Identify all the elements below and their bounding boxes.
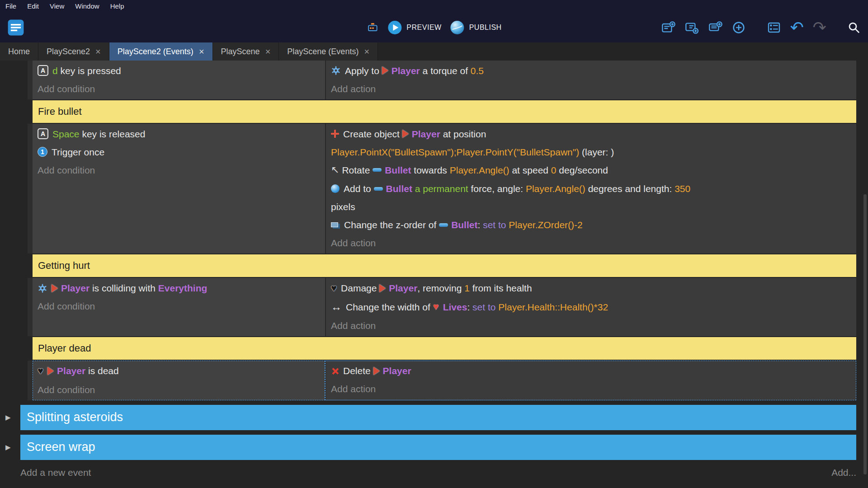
action[interactable]: Change the z-order of Bullet: set to Pla… xyxy=(331,216,852,234)
keyboard-key-icon: A xyxy=(38,65,48,76)
text-segment: Bullet xyxy=(386,183,412,194)
text-segment: d xyxy=(52,66,58,76)
event-row: Player is colliding with EverythingAdd c… xyxy=(33,278,856,336)
comment-row[interactable]: Fire bullet xyxy=(33,100,856,123)
text-segment: Player.Angle() xyxy=(450,165,509,175)
text-segment: Player xyxy=(389,283,417,293)
condition[interactable]: Player is colliding with Everything xyxy=(38,279,321,297)
text-segment: set to xyxy=(483,220,509,230)
action[interactable]: ↖Rotate Bullet towards Player.Angle() at… xyxy=(331,161,852,180)
actions-cell: Delete PlayerAdd action xyxy=(325,361,856,400)
health-heart-icon: ♥ xyxy=(38,362,43,380)
publish-button[interactable]: PUBLISH xyxy=(450,20,502,35)
comment-text: Getting hurt xyxy=(38,260,90,272)
actions-cell: Create object Player at positionPlayer.P… xyxy=(325,124,856,253)
add-condition-button[interactable]: Add condition xyxy=(38,297,321,315)
menu-edit[interactable]: Edit xyxy=(27,2,39,10)
rotate-icon: ↖ xyxy=(331,161,339,179)
text-segment: 1 xyxy=(464,283,470,293)
sheet-footer: Add a new event Add... xyxy=(20,467,856,478)
add-subevent-button[interactable] xyxy=(684,20,699,35)
comment-row[interactable]: Getting hurt xyxy=(33,254,856,277)
add-button[interactable]: Add... xyxy=(831,467,856,478)
group-title: Splitting asteroids xyxy=(27,410,123,424)
close-icon[interactable]: × xyxy=(265,47,271,56)
redo-button[interactable]: ↷ xyxy=(813,20,826,35)
event-row: ♥Player is deadAdd conditionDelete Playe… xyxy=(33,361,856,400)
undo-button[interactable]: ↶ xyxy=(790,20,804,35)
group-row[interactable]: ▶Splitting asteroids xyxy=(20,405,856,430)
app-window: { "menu": { "items": ["File", "Edit", "V… xyxy=(0,0,868,488)
add-condition-button[interactable]: Add condition xyxy=(38,381,321,399)
add-condition-button[interactable]: Add condition xyxy=(38,161,321,179)
app-logo-icon[interactable] xyxy=(7,19,24,36)
add-action-button[interactable]: Add action xyxy=(331,317,852,335)
add-condition-button[interactable]: Add condition xyxy=(38,80,321,98)
tab-playscene-events[interactable]: PlayScene (Events) × xyxy=(279,42,378,61)
text-segment: Lives xyxy=(443,302,467,312)
toolbar: PREVIEW PUBLISH xyxy=(0,12,868,42)
menu-window[interactable]: Window xyxy=(75,2,99,10)
tab-playscene2[interactable]: PlayScene2 × xyxy=(38,42,109,61)
tab-playscene[interactable]: PlayScene × xyxy=(213,42,279,61)
player-object-icon xyxy=(52,284,58,292)
add-new-event-button[interactable]: Add a new event xyxy=(20,467,91,478)
action[interactable]: Apply to Player a torque of 0.5 xyxy=(331,62,852,80)
player-object-icon xyxy=(402,130,409,138)
tab-playscene2-events[interactable]: PlayScene2 (Events) × xyxy=(109,42,213,61)
comment-row[interactable]: Player dead xyxy=(33,337,856,360)
instruction-list-button[interactable] xyxy=(767,20,781,35)
comment-text: Player dead xyxy=(38,343,91,354)
preview-button[interactable]: PREVIEW xyxy=(387,20,441,35)
trigger-once-icon: 1 xyxy=(38,147,47,157)
player-object-icon xyxy=(379,284,386,292)
menu-help[interactable]: Help xyxy=(110,2,124,10)
close-icon[interactable]: × xyxy=(364,47,369,56)
text-segment: : xyxy=(477,220,483,230)
add-action-button[interactable]: Add action xyxy=(331,80,852,98)
text-segment: pixels xyxy=(331,202,355,212)
bullet-object-icon xyxy=(439,223,448,227)
scrollbar-thumb[interactable] xyxy=(863,194,867,474)
add-action-button[interactable]: Add action xyxy=(331,234,852,252)
action[interactable]: Create object Player at positionPlayer.P… xyxy=(331,125,852,161)
network-preview-icon[interactable] xyxy=(366,21,379,34)
text-segment: a permanent xyxy=(415,183,468,194)
actions-cell: Apply to Player a torque of 0.5Add actio… xyxy=(325,61,856,99)
text-segment: 0.5 xyxy=(471,66,484,76)
action[interactable]: ♥Damage Player, removing 1 from its heal… xyxy=(331,279,852,298)
text-segment: degrees and length: xyxy=(585,183,675,194)
text-segment: Delete xyxy=(343,366,373,376)
add-action-button[interactable]: Add action xyxy=(331,380,852,398)
preview-label: PREVIEW xyxy=(406,23,441,32)
action[interactable]: Add to Bullet a permanent force, angle: … xyxy=(331,180,852,216)
menu-file[interactable]: File xyxy=(5,2,16,10)
add-event-button[interactable] xyxy=(661,20,675,35)
action[interactable]: ↔Change the width of ♥Lives: set to Play… xyxy=(331,298,852,317)
chevron-right-icon[interactable]: ▶ xyxy=(5,443,11,451)
tab-label: Home xyxy=(8,47,30,56)
delete-cross-icon xyxy=(331,367,339,375)
action[interactable]: Delete Player xyxy=(331,362,852,380)
player-object-icon xyxy=(373,367,380,375)
tab-home[interactable]: Home xyxy=(0,42,38,61)
text-segment: force, angle: xyxy=(468,183,526,194)
group-row[interactable]: ▶Screen wrap xyxy=(20,435,856,460)
search-button[interactable] xyxy=(847,21,861,34)
chevron-right-icon[interactable]: ▶ xyxy=(5,413,11,422)
condition[interactable]: Ad key is pressed xyxy=(38,62,321,80)
condition[interactable]: 1Trigger once xyxy=(38,143,321,161)
physics-gear-icon xyxy=(331,66,341,75)
text-segment: Bullet xyxy=(451,220,477,230)
add-other-event-button[interactable] xyxy=(731,20,746,35)
condition[interactable]: ASpace key is released xyxy=(38,125,321,143)
close-icon[interactable]: × xyxy=(95,47,101,56)
menu-view[interactable]: View xyxy=(50,2,64,10)
text-segment: Player xyxy=(392,66,420,76)
text-segment: from its health xyxy=(470,283,532,293)
lives-object-icon: ♥ xyxy=(433,298,439,316)
add-comment-button[interactable] xyxy=(708,20,722,35)
condition[interactable]: ♥Player is dead xyxy=(38,362,321,380)
health-heart-icon: ♥ xyxy=(331,279,337,297)
close-icon[interactable]: × xyxy=(199,47,204,56)
